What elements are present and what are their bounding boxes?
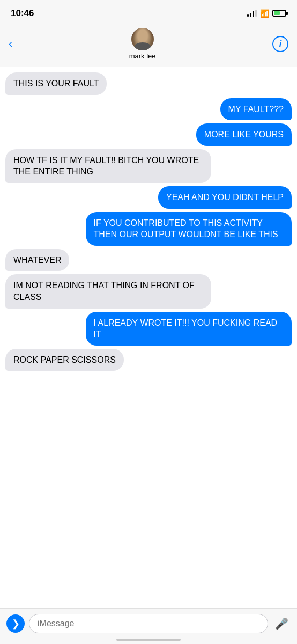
message-row: YEAH AND YOU DIDNT HELP: [5, 186, 292, 209]
bubble-received: IM NOT READING THAT THING IN FRONT OF CL…: [5, 274, 211, 308]
status-bar: 10:46 📶: [0, 0, 297, 24]
message-row: ROCK PAPER SCISSORS: [5, 349, 292, 371]
send-arrow-icon: ❯: [12, 619, 20, 628]
message-row: IF YOU CONTRIBUTED TO THIS ACTIVITY THEN…: [5, 212, 292, 246]
message-row: THIS IS YOUR FAULT: [5, 72, 292, 95]
battery-icon: [272, 10, 286, 17]
bubble-received: WHATEVER: [5, 249, 69, 272]
signal-icon: [247, 10, 257, 17]
send-button[interactable]: ❯: [6, 614, 25, 633]
message-text: MORE LIKE YOURS: [204, 130, 284, 139]
message-text: MY FAULT???: [228, 105, 284, 114]
bubble-received: THIS IS YOUR FAULT: [5, 72, 107, 95]
status-time: 10:46: [11, 8, 34, 19]
bubble-received: HOW TF IS IT MY FAULT!! BITCH YOU WROTE …: [5, 149, 211, 183]
info-icon: i: [279, 39, 281, 49]
message-text: WHATEVER: [13, 255, 61, 265]
back-button[interactable]: ‹: [9, 37, 12, 51]
wifi-icon: 📶: [260, 9, 269, 18]
bubble-sent: MY FAULT???: [220, 98, 292, 121]
message-text: IM NOT READING THAT THING IN FRONT OF CL…: [13, 281, 195, 302]
message-text: IF YOU CONTRIBUTED TO THIS ACTIVITY THEN…: [94, 218, 278, 239]
info-button[interactable]: i: [272, 36, 288, 52]
bubble-sent: I ALREADY WROTE IT!!! YOU FUCKING READ I…: [86, 312, 292, 346]
avatar[interactable]: [131, 28, 154, 50]
message-text: YEAH AND YOU DIDNT HELP: [166, 193, 284, 202]
message-text: ROCK PAPER SCISSORS: [13, 355, 116, 364]
message-row: IM NOT READING THAT THING IN FRONT OF CL…: [5, 274, 292, 308]
contact-name: mark lee: [129, 52, 156, 60]
back-arrow-icon: ‹: [9, 37, 12, 51]
message-input[interactable]: [29, 614, 268, 633]
bubble-sent: YEAH AND YOU DIDNT HELP: [158, 186, 292, 209]
message-text: HOW TF IS IT MY FAULT!! BITCH YOU WROTE …: [13, 156, 199, 177]
message-row: MY FAULT???: [5, 98, 292, 121]
bubble-sent: IF YOU CONTRIBUTED TO THIS ACTIVITY THEN…: [86, 212, 292, 246]
messages-area: THIS IS YOUR FAULT MY FAULT??? MORE LIKE…: [0, 67, 297, 609]
microphone-icon: 🎤: [275, 617, 288, 630]
bubble-sent: MORE LIKE YOURS: [196, 123, 292, 146]
message-row: HOW TF IS IT MY FAULT!! BITCH YOU WROTE …: [5, 149, 292, 183]
mic-button[interactable]: 🎤: [272, 614, 291, 633]
message-header: ‹ mark lee i: [0, 24, 297, 67]
message-text: THIS IS YOUR FAULT: [13, 79, 99, 88]
contact-info: mark lee: [129, 28, 156, 60]
status-icons: 📶: [247, 9, 286, 18]
bubble-received: ROCK PAPER SCISSORS: [5, 349, 124, 371]
home-indicator: [116, 639, 181, 641]
message-text: I ALREADY WROTE IT!!! YOU FUCKING READ I…: [94, 318, 278, 339]
message-row: WHATEVER: [5, 249, 292, 272]
message-row: I ALREADY WROTE IT!!! YOU FUCKING READ I…: [5, 312, 292, 346]
message-row: MORE LIKE YOURS: [5, 123, 292, 146]
